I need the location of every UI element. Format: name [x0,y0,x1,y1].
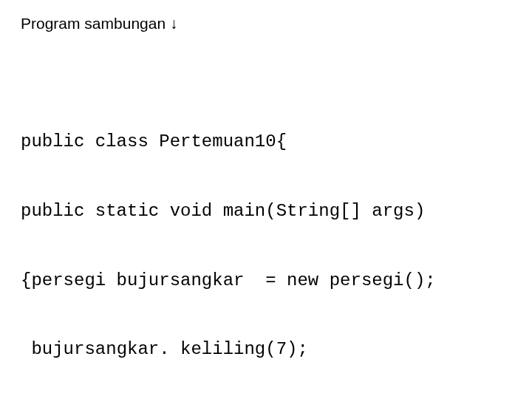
slide-heading: Program sambungan ↓ [21,15,511,33]
code-listing: public class Pertemuan10{ public static … [21,84,511,399]
code-line: {persegi bujursangkar = new persegi(); [21,269,511,292]
code-line: public class Pertemuan10{ [21,130,511,153]
code-line: public static void main(String[] args) [21,200,511,222]
code-line: bujursangkar. keliling(7); [21,338,511,361]
